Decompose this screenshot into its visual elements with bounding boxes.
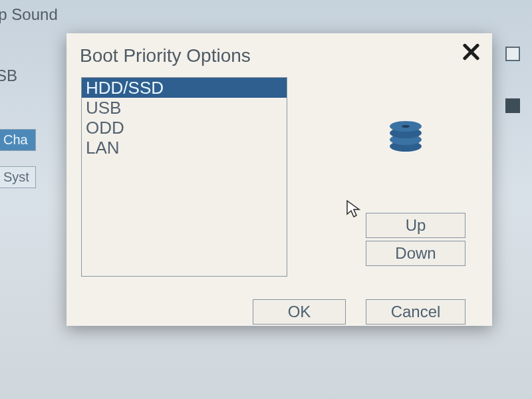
- svg-point-4: [402, 125, 410, 128]
- bg-label-sound: ep Sound: [0, 5, 58, 24]
- disk-stack-icon: [386, 120, 426, 153]
- list-item[interactable]: ODD: [82, 118, 287, 138]
- close-icon[interactable]: [459, 40, 483, 64]
- bg-checkbox-1[interactable]: [505, 47, 520, 61]
- move-up-button[interactable]: Up: [366, 213, 466, 238]
- bg-button-system[interactable]: Syst: [0, 166, 36, 188]
- list-item[interactable]: USB: [82, 98, 287, 118]
- boot-order-listbox[interactable]: HDD/SSD USB ODD LAN: [81, 77, 287, 277]
- bg-label-sb: SB: [0, 66, 17, 85]
- mouse-cursor-icon: [346, 200, 362, 219]
- move-down-button[interactable]: Down: [366, 241, 466, 266]
- bg-button-change[interactable]: Cha: [0, 129, 36, 151]
- list-item[interactable]: HDD/SSD: [82, 78, 287, 98]
- boot-priority-dialog: Boot Priority Options HDD/SSD USB ODD LA…: [66, 33, 492, 326]
- ok-button[interactable]: OK: [253, 299, 346, 325]
- bg-checkbox-2[interactable]: [505, 98, 520, 113]
- dialog-title: Boot Priority Options: [80, 45, 479, 66]
- list-item[interactable]: LAN: [82, 138, 287, 158]
- cancel-button[interactable]: Cancel: [366, 299, 466, 325]
